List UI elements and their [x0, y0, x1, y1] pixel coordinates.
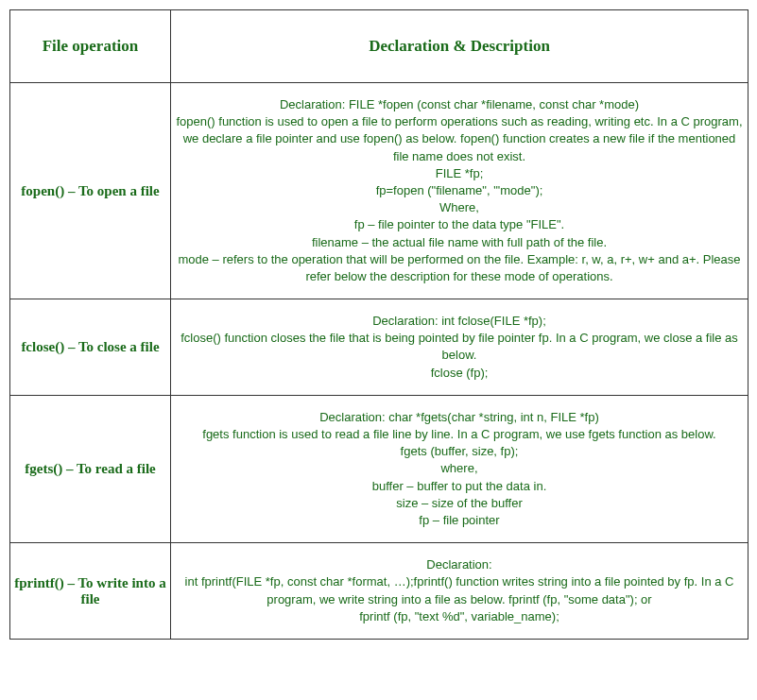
- operation-cell: fopen() – To open a file: [10, 83, 171, 299]
- table-row: fprintf() – To write into a file Declara…: [10, 543, 748, 640]
- description-cell: Declaration: FILE *fopen (const char *fi…: [171, 83, 748, 299]
- table-row: fopen() – To open a file Declaration: FI…: [10, 83, 748, 299]
- description-cell: Declaration: int fclose(FILE *fp);fclose…: [171, 299, 748, 396]
- table-header-row: File operation Declaration & Description: [10, 10, 748, 83]
- header-declaration-description: Declaration & Description: [171, 10, 748, 83]
- operation-cell: fclose() – To close a file: [10, 299, 171, 396]
- header-file-operation: File operation: [10, 10, 171, 83]
- operation-cell: fgets() – To read a file: [10, 395, 171, 542]
- description-cell: Declaration:int fprintf(FILE *fp, const …: [171, 543, 748, 640]
- table-row: fgets() – To read a file Declaration: ch…: [10, 395, 748, 542]
- table-row: fclose() – To close a file Declaration: …: [10, 299, 748, 396]
- file-operations-table: File operation Declaration & Description…: [9, 9, 748, 640]
- operation-cell: fprintf() – To write into a file: [10, 543, 171, 640]
- description-cell: Declaration: char *fgets(char *string, i…: [171, 395, 748, 542]
